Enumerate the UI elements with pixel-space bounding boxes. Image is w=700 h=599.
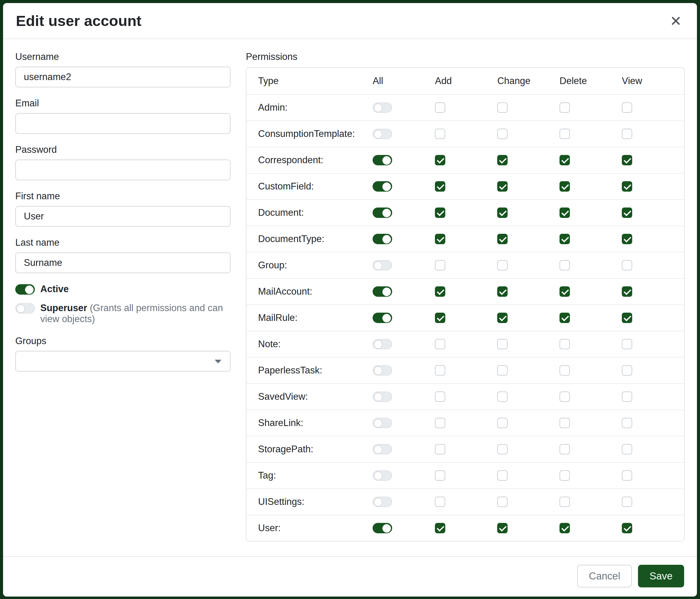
- permission-add-checkbox[interactable]: [435, 260, 445, 270]
- email-input[interactable]: [15, 113, 231, 134]
- permission-add-checkbox[interactable]: [435, 181, 445, 192]
- permission-add-checkbox[interactable]: [435, 234, 445, 244]
- first-name-input[interactable]: [15, 206, 231, 227]
- permission-all-toggle[interactable]: [373, 129, 392, 139]
- permission-delete-checkbox[interactable]: [559, 339, 570, 349]
- permission-add-checkbox[interactable]: [435, 365, 445, 376]
- permission-add-checkbox[interactable]: [435, 129, 445, 139]
- permission-view-checkbox[interactable]: [622, 234, 632, 244]
- permission-delete-checkbox[interactable]: [559, 181, 570, 192]
- last-name-input[interactable]: [15, 253, 231, 273]
- permission-change-checkbox[interactable]: [497, 234, 507, 244]
- permission-all-toggle[interactable]: [373, 418, 392, 428]
- cancel-button[interactable]: Cancel: [577, 565, 632, 588]
- permission-type-label: Note:: [258, 339, 281, 350]
- permission-all-toggle[interactable]: [373, 339, 392, 349]
- permission-change-checkbox[interactable]: [497, 313, 507, 323]
- permission-delete-checkbox[interactable]: [559, 234, 570, 244]
- permission-all-toggle[interactable]: [373, 181, 392, 192]
- permission-add-checkbox[interactable]: [435, 391, 445, 402]
- permission-add-checkbox[interactable]: [435, 155, 445, 165]
- permission-delete-checkbox[interactable]: [559, 418, 570, 428]
- permission-delete-checkbox[interactable]: [559, 365, 570, 376]
- permission-change-checkbox[interactable]: [497, 155, 507, 165]
- permission-view-checkbox[interactable]: [622, 391, 632, 402]
- username-field-group: Username: [15, 51, 231, 88]
- permission-all-toggle[interactable]: [373, 523, 392, 533]
- permission-change-checkbox[interactable]: [497, 470, 507, 481]
- permission-all-toggle[interactable]: [373, 260, 392, 270]
- permission-view-checkbox[interactable]: [622, 129, 632, 139]
- save-button[interactable]: Save: [638, 565, 684, 588]
- permission-change-checkbox[interactable]: [497, 365, 507, 376]
- groups-select[interactable]: [15, 351, 231, 372]
- permission-change-checkbox[interactable]: [497, 102, 507, 113]
- permission-change-checkbox[interactable]: [497, 181, 507, 192]
- permission-delete-checkbox[interactable]: [559, 260, 570, 270]
- permission-view-checkbox[interactable]: [622, 523, 632, 533]
- permission-view-checkbox[interactable]: [622, 313, 632, 323]
- permission-view-checkbox[interactable]: [622, 155, 632, 165]
- permission-all-toggle[interactable]: [373, 155, 392, 165]
- username-input[interactable]: [15, 67, 231, 88]
- permission-view-checkbox[interactable]: [622, 286, 632, 297]
- permission-change-checkbox[interactable]: [497, 129, 507, 139]
- permission-delete-checkbox[interactable]: [559, 313, 570, 323]
- permission-all-toggle[interactable]: [373, 234, 392, 244]
- permission-delete-checkbox[interactable]: [559, 102, 570, 113]
- permission-change-checkbox[interactable]: [497, 339, 507, 349]
- permission-add-checkbox[interactable]: [435, 497, 445, 507]
- active-toggle[interactable]: [15, 284, 35, 295]
- permission-delete-checkbox[interactable]: [559, 497, 570, 507]
- permission-all-toggle[interactable]: [373, 365, 392, 376]
- permission-view-checkbox[interactable]: [622, 208, 632, 218]
- permission-view-checkbox[interactable]: [622, 497, 632, 507]
- permission-view-checkbox[interactable]: [622, 339, 632, 349]
- permission-add-checkbox[interactable]: [435, 286, 445, 297]
- permission-all-toggle[interactable]: [373, 286, 392, 297]
- permission-change-checkbox[interactable]: [497, 444, 507, 454]
- permission-delete-checkbox[interactable]: [559, 129, 570, 139]
- permission-change-checkbox[interactable]: [497, 391, 507, 402]
- permission-add-checkbox[interactable]: [435, 339, 445, 349]
- permission-all-toggle[interactable]: [373, 470, 392, 481]
- permission-delete-checkbox[interactable]: [559, 444, 570, 454]
- permission-delete-checkbox[interactable]: [559, 286, 570, 297]
- permission-view-checkbox[interactable]: [622, 102, 632, 113]
- superuser-toggle[interactable]: [15, 303, 35, 314]
- close-icon[interactable]: ✕: [667, 13, 684, 29]
- permission-all-toggle[interactable]: [373, 102, 392, 113]
- permission-change-checkbox[interactable]: [497, 286, 507, 297]
- permission-add-checkbox[interactable]: [435, 208, 445, 218]
- permission-add-checkbox[interactable]: [435, 523, 445, 533]
- permission-all-toggle[interactable]: [373, 391, 392, 402]
- permission-view-checkbox[interactable]: [622, 365, 632, 376]
- permission-view-checkbox[interactable]: [622, 181, 632, 192]
- permission-all-toggle[interactable]: [373, 444, 392, 454]
- permission-view-checkbox[interactable]: [622, 260, 632, 270]
- permission-all-toggle[interactable]: [373, 497, 392, 507]
- permission-add-checkbox[interactable]: [435, 313, 445, 323]
- permission-add-checkbox[interactable]: [435, 444, 445, 454]
- permission-all-toggle[interactable]: [373, 208, 392, 218]
- permission-delete-checkbox[interactable]: [559, 155, 570, 165]
- email-label: Email: [15, 98, 231, 109]
- permission-view-checkbox[interactable]: [622, 444, 632, 454]
- permission-change-checkbox[interactable]: [497, 497, 507, 507]
- permission-add-checkbox[interactable]: [435, 102, 445, 113]
- permission-delete-checkbox[interactable]: [559, 523, 570, 533]
- permission-change-checkbox[interactable]: [497, 418, 507, 428]
- permission-view-checkbox[interactable]: [622, 418, 632, 428]
- permission-delete-checkbox[interactable]: [559, 208, 570, 218]
- permission-delete-checkbox[interactable]: [559, 470, 570, 481]
- permission-row: User:: [247, 514, 684, 541]
- permission-view-checkbox[interactable]: [622, 470, 632, 481]
- permission-delete-checkbox[interactable]: [559, 391, 570, 402]
- permission-change-checkbox[interactable]: [497, 260, 507, 270]
- permission-change-checkbox[interactable]: [497, 523, 507, 533]
- permission-change-checkbox[interactable]: [497, 208, 507, 218]
- password-input[interactable]: [15, 160, 231, 180]
- permission-add-checkbox[interactable]: [435, 470, 445, 481]
- permission-add-checkbox[interactable]: [435, 418, 445, 428]
- permission-all-toggle[interactable]: [373, 313, 392, 323]
